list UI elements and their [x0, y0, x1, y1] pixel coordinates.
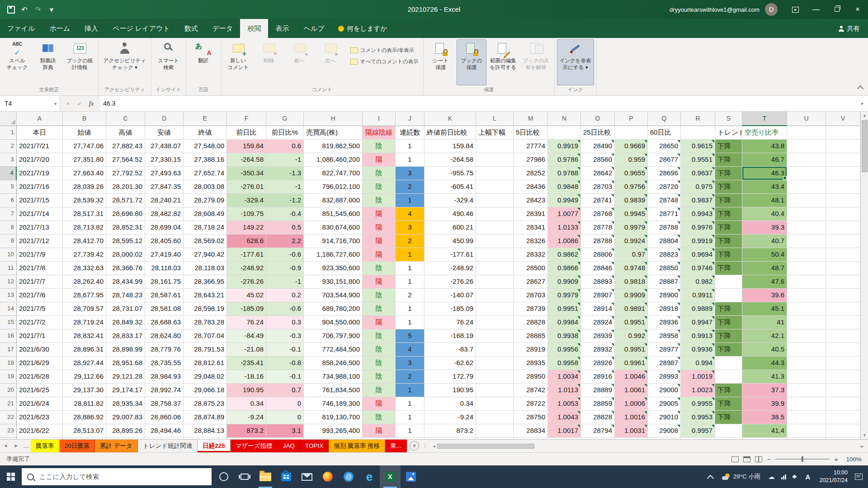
cell-F21[interactable]: 0.34	[227, 397, 266, 411]
page-break-view-icon[interactable]	[755, 456, 762, 462]
cell-U20[interactable]	[787, 384, 826, 397]
cell-J2[interactable]: 1	[396, 140, 425, 153]
normal-view-icon[interactable]	[731, 456, 739, 462]
cell-I24[interactable]	[363, 438, 396, 439]
taskbar-app-excel[interactable]: X	[380, 465, 401, 488]
cell-M1[interactable]: 5日比較	[514, 126, 548, 140]
cell-L4[interactable]	[476, 167, 514, 180]
cell-N4[interactable]: 0.9788	[548, 167, 581, 180]
cell-J5[interactable]: 2	[396, 180, 425, 194]
cell-L24[interactable]	[476, 438, 514, 439]
cell-I18[interactable]: 陰	[363, 357, 396, 370]
cell-F7[interactable]: -109.75	[227, 207, 266, 221]
cell-V2[interactable]	[826, 140, 860, 153]
sheet-tab-mothers[interactable]: マザーズ指標	[231, 440, 278, 452]
cell-A8[interactable]: 2021/7/13	[17, 221, 63, 235]
cell-Q9[interactable]: 28804	[648, 235, 681, 248]
cell-K21[interactable]: 0.34	[425, 397, 476, 411]
col-header-S[interactable]: S	[715, 112, 742, 126]
cell-S2[interactable]: 下降	[715, 140, 742, 153]
cell-H9[interactable]: 914,716,700	[304, 235, 363, 248]
cell-M9[interactable]: 28326	[514, 235, 548, 248]
cell-N12[interactable]: 0.9909	[548, 275, 581, 289]
cell-T14[interactable]: 45.1	[742, 302, 787, 316]
cell-L16[interactable]	[476, 329, 514, 343]
col-header-E[interactable]: E	[184, 112, 227, 126]
cell-R15[interactable]: 0.9947	[681, 316, 715, 329]
cell-M14[interactable]: 28739	[514, 302, 548, 316]
cell-B18[interactable]: 28,927.44	[63, 357, 106, 370]
vertical-scrollbar[interactable]: ▲ ▼	[860, 112, 868, 439]
cell-A6[interactable]: 2021/7/15	[17, 194, 63, 207]
cell-O24[interactable]	[581, 438, 615, 439]
cell-F13[interactable]: 45.02	[227, 289, 266, 302]
cell-T20[interactable]: 37.3	[742, 384, 787, 397]
cell-E19[interactable]: 29,048.02	[184, 370, 227, 384]
volume-icon[interactable]	[789, 474, 801, 479]
cell-E13[interactable]: 28,643.21	[184, 289, 227, 302]
cell-L13[interactable]	[476, 289, 514, 302]
cell-F5[interactable]: -276.01	[227, 180, 266, 194]
cell-B9[interactable]: 28,412.70	[63, 235, 106, 248]
cell-R11[interactable]: 0.9746	[681, 262, 715, 275]
col-header-H[interactable]: H	[304, 112, 363, 126]
cell-S23[interactable]	[715, 424, 742, 438]
cell-J3[interactable]: 1	[396, 153, 425, 167]
cell-H22[interactable]: 819,130,700	[304, 411, 363, 424]
cell-R5[interactable]: 0.975	[681, 180, 715, 194]
row-header-5[interactable]: 5	[0, 180, 17, 194]
cell-N11[interactable]: 0.9866	[548, 262, 581, 275]
cell-N17[interactable]: 0.9956	[548, 343, 581, 357]
sheet-tab-kobetsu[interactable]: 個別 騰落率 推移	[329, 440, 385, 452]
avatar[interactable]: D	[765, 3, 778, 16]
cell-N9[interactable]: 1.0086	[548, 235, 581, 248]
ribbon-display-options-icon[interactable]	[785, 0, 806, 19]
col-header-N[interactable]: N	[548, 112, 581, 126]
cell-B23[interactable]: 28,513.07	[63, 424, 106, 438]
cell-R17[interactable]: 0.9936	[681, 343, 715, 357]
weather-widget[interactable]: 29°C 小雨	[717, 473, 765, 481]
cell-N24[interactable]	[548, 438, 581, 439]
cell-U16[interactable]	[787, 329, 826, 343]
cell-L1[interactable]: 上幅下幅	[476, 126, 514, 140]
cell-F9[interactable]: 628.6	[227, 235, 266, 248]
ribbon-button-comments-small-0[interactable]: コメントの表示/非表示	[348, 45, 421, 56]
cell-H11[interactable]: 923,350,600	[304, 262, 363, 275]
ribbon-tab-page-layout[interactable]: ページ レイアウト	[105, 19, 177, 38]
cell-L21[interactable]	[476, 397, 514, 411]
cell-S11[interactable]: 下降	[715, 262, 742, 275]
cell-I3[interactable]: 陽	[363, 153, 396, 167]
cell-G16[interactable]: -0.3	[266, 329, 304, 343]
cell-Q5[interactable]: 28720	[648, 180, 681, 194]
cell-G3[interactable]: -1	[266, 153, 304, 167]
cell-F4[interactable]: -350.34	[227, 167, 266, 180]
cell-K19[interactable]: 172.79	[425, 370, 476, 384]
col-header-B[interactable]: B	[63, 112, 106, 126]
cell-O14[interactable]: 28914	[581, 302, 615, 316]
cell-L10[interactable]	[476, 248, 514, 262]
cell-B12[interactable]: 28,262.40	[63, 275, 106, 289]
cell-T21[interactable]: 39.9	[742, 397, 787, 411]
col-header-T[interactable]: T	[742, 112, 787, 126]
cell-K2[interactable]: 159.84	[425, 140, 476, 153]
cell-E10[interactable]: 27,940.42	[184, 248, 227, 262]
cell-K18[interactable]: -62.62	[425, 357, 476, 370]
cell-C12[interactable]: 28,434.99	[106, 275, 145, 289]
ribbon-tab-insert[interactable]: 挿入	[77, 19, 105, 38]
cell-V15[interactable]	[826, 316, 860, 329]
col-header-V[interactable]: V	[826, 112, 860, 126]
save-icon[interactable]	[5, 5, 17, 14]
col-header-P[interactable]: P	[615, 112, 648, 126]
row-header-16[interactable]: 16	[0, 329, 17, 343]
sheet-tab-trend-stats[interactable]: トレンド統計関連	[138, 440, 198, 452]
cell-O18[interactable]: 28926	[581, 357, 615, 370]
cell-M11[interactable]: 28500	[514, 262, 548, 275]
cell-V13[interactable]	[826, 289, 860, 302]
cell-E24[interactable]	[184, 438, 227, 439]
cell-U10[interactable]	[787, 248, 826, 262]
cell-L15[interactable]	[476, 316, 514, 329]
cell-G23[interactable]: 3.1	[266, 424, 304, 438]
start-button[interactable]	[0, 465, 22, 488]
cell-I23[interactable]: 陽	[363, 424, 396, 438]
cell-D18[interactable]: 28,735.55	[145, 357, 184, 370]
